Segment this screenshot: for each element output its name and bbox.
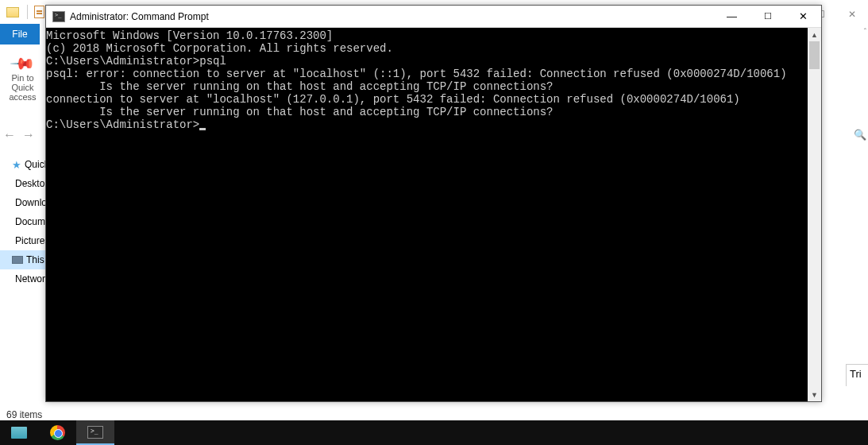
command-prompt-window: Administrator: Command Prompt — ☐ ✕ Micr…	[45, 5, 822, 402]
sidebar-item-quick[interactable]: ★Quick	[4, 155, 45, 174]
pin-to-quick-access[interactable]: 📌 Pin to Quick access	[0, 46, 45, 102]
cmd-window-controls: — ☐ ✕	[714, 6, 821, 28]
scroll-track[interactable]	[808, 41, 821, 388]
search-icon[interactable]: 🔍	[854, 129, 866, 141]
back-button[interactable]: ←	[0, 128, 19, 142]
maximize-button[interactable]: ☐	[750, 6, 785, 28]
scroll-up-button[interactable]: ▲	[808, 28, 821, 41]
taskbar-chrome[interactable]	[38, 420, 76, 445]
forward-button[interactable]: →	[19, 128, 38, 142]
explorer-sidebar: ★Quick Desktop Downloads Documents Pictu…	[4, 155, 45, 288]
star-icon: ★	[12, 159, 21, 171]
taskbar-command-prompt[interactable]	[76, 420, 114, 445]
explorer-nav-arrows: ← →	[0, 123, 45, 147]
scroll-down-button[interactable]: ▼	[808, 388, 821, 401]
sidebar-item-pictures[interactable]: Pictures	[4, 231, 45, 250]
sidebar-item-this-pc[interactable]: This	[0, 250, 45, 269]
cmd-titlebar[interactable]: Administrator: Command Prompt — ☐ ✕	[46, 6, 821, 28]
close-icon[interactable]: ✕	[836, 6, 868, 22]
scroll-thumb[interactable]	[809, 41, 820, 69]
cmd-terminal[interactable]: Microsoft Windows [Version 10.0.17763.23…	[46, 28, 808, 401]
taskbar-file-explorer[interactable]	[0, 420, 38, 445]
pc-icon	[12, 256, 23, 264]
explorer-statusbar: 69 items	[6, 409, 42, 420]
sidebar-item-documents[interactable]: Documents	[4, 212, 45, 231]
chrome-icon	[50, 425, 65, 440]
folder-icon	[6, 7, 19, 17]
cmd-scrollbar[interactable]: ▲ ▼	[808, 28, 821, 401]
sidebar-item-downloads[interactable]: Downloads	[4, 193, 45, 212]
ribbon-file-tab[interactable]: File	[0, 24, 40, 44]
close-button[interactable]: ✕	[785, 6, 821, 28]
ribbon-collapse-icon[interactable]: ˆ	[864, 28, 866, 37]
cmd-title: Administrator: Command Prompt	[70, 11, 209, 22]
file-explorer-icon	[11, 427, 27, 439]
cmd-icon	[52, 11, 65, 22]
terminal-icon	[87, 426, 103, 439]
cmd-body: Microsoft Windows [Version 10.0.17763.23…	[46, 28, 821, 401]
separator	[27, 5, 28, 19]
minimize-button[interactable]: —	[714, 6, 750, 28]
taskbar	[0, 420, 868, 445]
sidebar-item-network[interactable]: Network	[4, 269, 45, 288]
trial-panel: Tri	[846, 364, 868, 386]
document-icon[interactable]	[34, 6, 44, 18]
sidebar-item-desktop[interactable]: Desktop	[4, 174, 45, 193]
